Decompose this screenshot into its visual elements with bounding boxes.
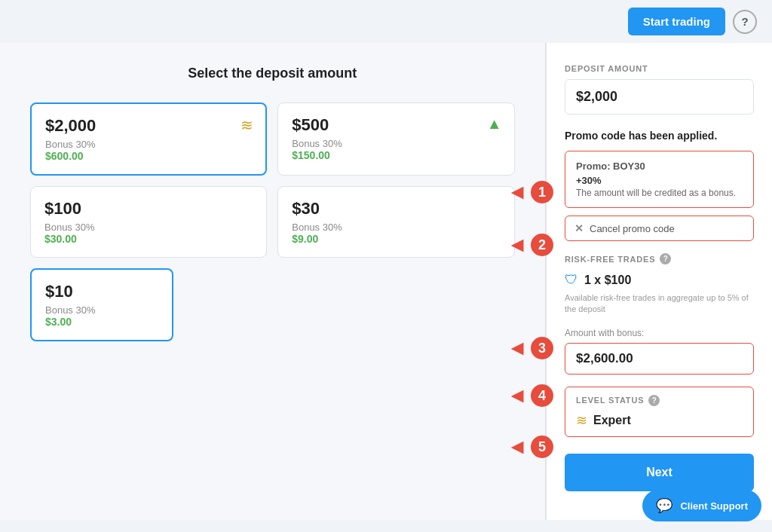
- shield-icon: 🛡: [565, 272, 578, 288]
- card-icon-gold: ≋: [240, 116, 253, 134]
- amount-with-bonus-input[interactable]: [565, 343, 754, 375]
- deposit-amount-label: DEPOSIT AMOUNT: [565, 64, 754, 73]
- cancel-promo-button[interactable]: ✕ Cancel promo code: [565, 216, 754, 241]
- client-support-label: Client Support: [680, 500, 748, 512]
- card-bonus-value: $600.00: [45, 150, 252, 162]
- risk-free-info-icon[interactable]: ?: [660, 253, 671, 264]
- card-bonus-label: Bonus 30%: [45, 139, 252, 150]
- card-amount: $30: [292, 199, 500, 219]
- cancel-x-icon: ✕: [574, 222, 584, 234]
- card-bonus-label: Bonus 30%: [292, 138, 500, 149]
- left-panel: Select the deposit amount $2,000 Bonus 3…: [0, 43, 545, 520]
- deposit-card-100[interactable]: $100 Bonus 30% $30.00: [30, 186, 267, 258]
- card-bonus-label: Bonus 30%: [292, 222, 500, 233]
- level-status-box: LEVEL STATUS ? ≋ Expert: [565, 387, 754, 437]
- level-status-label-row: LEVEL STATUS ?: [576, 395, 743, 406]
- cancel-promo-label: Cancel promo code: [590, 223, 675, 234]
- right-panel: DEPOSIT AMOUNT Promo code has been appli…: [546, 43, 772, 520]
- card-bonus-value: $9.00: [292, 233, 500, 245]
- card-amount: $100: [44, 199, 253, 219]
- deposit-card-2000[interactable]: $2,000 Bonus 30% $600.00 ≋: [30, 102, 267, 176]
- help-button[interactable]: ?: [733, 10, 757, 34]
- level-status-label: LEVEL STATUS: [576, 396, 644, 405]
- deposit-card-500[interactable]: $500 Bonus 30% $150.00 ▲: [277, 102, 514, 176]
- level-icon: ≋: [576, 412, 587, 429]
- risk-free-label: RISK-FREE TRADES: [565, 255, 655, 264]
- top-bar: Start trading ?: [0, 0, 772, 43]
- client-support-button[interactable]: 💬 Client Support: [642, 490, 761, 521]
- card-amount: $500: [292, 115, 500, 135]
- main-layout: Select the deposit amount $2,000 Bonus 3…: [0, 43, 772, 520]
- card-icon-green: ▲: [487, 115, 502, 133]
- risk-free-badge: 🛡 1 x $100: [565, 272, 754, 288]
- card-bonus-value: $30.00: [44, 233, 253, 245]
- start-trading-button[interactable]: Start trading: [628, 8, 725, 35]
- left-panel-title: Select the deposit amount: [30, 66, 515, 81]
- card-bonus-value: $150.00: [292, 149, 500, 161]
- promo-box: Promo: BOY30 +30% The amount will be cre…: [565, 151, 754, 208]
- level-status-content: ≋ Expert: [576, 412, 743, 429]
- level-name: Expert: [593, 414, 631, 427]
- cards-grid: $2,000 Bonus 30% $600.00 ≋ $500 Bonus 30…: [30, 102, 515, 341]
- card-bonus-label: Bonus 30%: [44, 222, 253, 233]
- level-status-info-icon[interactable]: ?: [648, 395, 660, 406]
- amount-with-bonus-label: Amount with bonus:: [565, 328, 754, 338]
- chat-icon: 💬: [656, 497, 672, 514]
- promo-applied-text: Promo code has been applied.: [565, 130, 754, 142]
- card-bonus-label: Bonus 30%: [45, 304, 158, 316]
- card-amount: $10: [45, 282, 158, 301]
- promo-code-line: Promo: BOY30: [576, 161, 743, 172]
- risk-free-label-row: RISK-FREE TRADES ?: [565, 253, 754, 264]
- deposit-card-30[interactable]: $30 Bonus 30% $9.00: [277, 186, 514, 258]
- promo-desc-line: The amount will be credited as a bonus.: [576, 188, 743, 198]
- promo-percent-line: +30%: [576, 175, 743, 186]
- card-bonus-value: $3.00: [45, 316, 158, 328]
- risk-free-amount: 1 x $100: [584, 274, 631, 287]
- card-amount: $2,000: [45, 116, 252, 136]
- deposit-card-10[interactable]: $10 Bonus 30% $3.00: [30, 268, 173, 341]
- next-button[interactable]: Next: [565, 454, 754, 491]
- risk-free-note: Available risk-free trades in aggregate …: [565, 292, 754, 316]
- deposit-amount-input[interactable]: [565, 79, 754, 115]
